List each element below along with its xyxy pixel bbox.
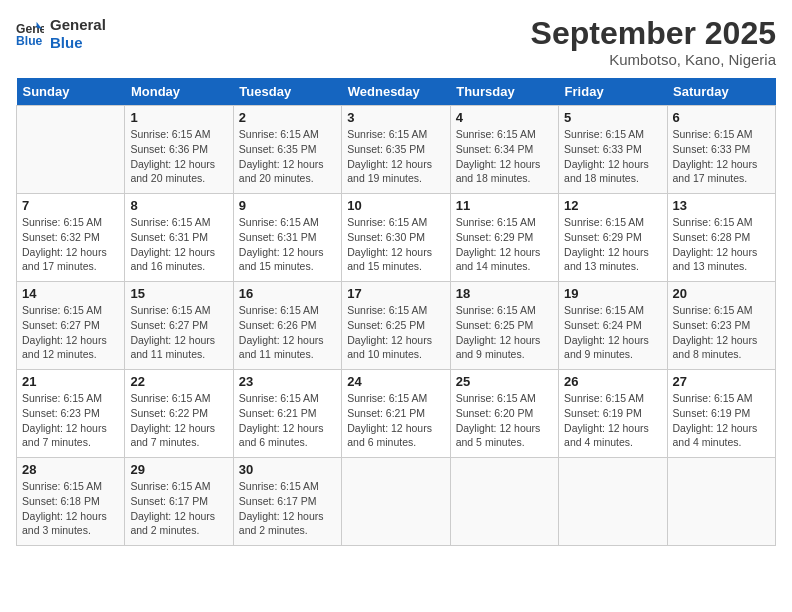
month-title: September 2025 [531, 16, 776, 51]
day-info: Sunrise: 6:15 AM Sunset: 6:17 PM Dayligh… [239, 479, 336, 538]
day-info: Sunrise: 6:15 AM Sunset: 6:27 PM Dayligh… [22, 303, 119, 362]
day-info: Sunrise: 6:15 AM Sunset: 6:27 PM Dayligh… [130, 303, 227, 362]
day-info: Sunrise: 6:15 AM Sunset: 6:25 PM Dayligh… [347, 303, 444, 362]
day-info: Sunrise: 6:15 AM Sunset: 6:23 PM Dayligh… [673, 303, 770, 362]
day-info: Sunrise: 6:15 AM Sunset: 6:17 PM Dayligh… [130, 479, 227, 538]
day-info: Sunrise: 6:15 AM Sunset: 6:25 PM Dayligh… [456, 303, 553, 362]
calendar-week-row: 1Sunrise: 6:15 AM Sunset: 6:36 PM Daylig… [17, 106, 776, 194]
day-number: 18 [456, 286, 553, 301]
day-info: Sunrise: 6:15 AM Sunset: 6:34 PM Dayligh… [456, 127, 553, 186]
calendar-cell: 9Sunrise: 6:15 AM Sunset: 6:31 PM Daylig… [233, 194, 341, 282]
day-info: Sunrise: 6:15 AM Sunset: 6:21 PM Dayligh… [239, 391, 336, 450]
day-number: 17 [347, 286, 444, 301]
svg-text:Blue: Blue [16, 34, 43, 48]
day-info: Sunrise: 6:15 AM Sunset: 6:31 PM Dayligh… [130, 215, 227, 274]
day-info: Sunrise: 6:15 AM Sunset: 6:31 PM Dayligh… [239, 215, 336, 274]
day-info: Sunrise: 6:15 AM Sunset: 6:18 PM Dayligh… [22, 479, 119, 538]
calendar-cell: 28Sunrise: 6:15 AM Sunset: 6:18 PM Dayli… [17, 458, 125, 546]
calendar-cell: 11Sunrise: 6:15 AM Sunset: 6:29 PM Dayli… [450, 194, 558, 282]
calendar-cell: 20Sunrise: 6:15 AM Sunset: 6:23 PM Dayli… [667, 282, 775, 370]
calendar-cell [342, 458, 450, 546]
day-number: 7 [22, 198, 119, 213]
day-number: 6 [673, 110, 770, 125]
day-number: 15 [130, 286, 227, 301]
day-number: 16 [239, 286, 336, 301]
day-number: 10 [347, 198, 444, 213]
weekday-header-saturday: Saturday [667, 78, 775, 106]
day-number: 8 [130, 198, 227, 213]
calendar-table: SundayMondayTuesdayWednesdayThursdayFrid… [16, 78, 776, 546]
day-number: 27 [673, 374, 770, 389]
calendar-cell: 30Sunrise: 6:15 AM Sunset: 6:17 PM Dayli… [233, 458, 341, 546]
calendar-week-row: 7Sunrise: 6:15 AM Sunset: 6:32 PM Daylig… [17, 194, 776, 282]
calendar-cell: 12Sunrise: 6:15 AM Sunset: 6:29 PM Dayli… [559, 194, 667, 282]
calendar-cell [667, 458, 775, 546]
calendar-cell [17, 106, 125, 194]
day-number: 3 [347, 110, 444, 125]
day-info: Sunrise: 6:15 AM Sunset: 6:21 PM Dayligh… [347, 391, 444, 450]
calendar-cell: 27Sunrise: 6:15 AM Sunset: 6:19 PM Dayli… [667, 370, 775, 458]
day-info: Sunrise: 6:15 AM Sunset: 6:26 PM Dayligh… [239, 303, 336, 362]
calendar-cell: 26Sunrise: 6:15 AM Sunset: 6:19 PM Dayli… [559, 370, 667, 458]
calendar-cell: 13Sunrise: 6:15 AM Sunset: 6:28 PM Dayli… [667, 194, 775, 282]
day-info: Sunrise: 6:15 AM Sunset: 6:24 PM Dayligh… [564, 303, 661, 362]
calendar-cell: 1Sunrise: 6:15 AM Sunset: 6:36 PM Daylig… [125, 106, 233, 194]
calendar-cell: 24Sunrise: 6:15 AM Sunset: 6:21 PM Dayli… [342, 370, 450, 458]
day-number: 9 [239, 198, 336, 213]
day-number: 26 [564, 374, 661, 389]
logo-blue: Blue [50, 34, 106, 52]
day-number: 28 [22, 462, 119, 477]
day-info: Sunrise: 6:15 AM Sunset: 6:35 PM Dayligh… [239, 127, 336, 186]
day-number: 19 [564, 286, 661, 301]
calendar-cell [450, 458, 558, 546]
page-header: General Blue General Blue September 2025… [16, 16, 776, 68]
calendar-cell: 4Sunrise: 6:15 AM Sunset: 6:34 PM Daylig… [450, 106, 558, 194]
calendar-cell: 21Sunrise: 6:15 AM Sunset: 6:23 PM Dayli… [17, 370, 125, 458]
location: Kumbotso, Kano, Nigeria [531, 51, 776, 68]
day-number: 25 [456, 374, 553, 389]
day-info: Sunrise: 6:15 AM Sunset: 6:36 PM Dayligh… [130, 127, 227, 186]
day-info: Sunrise: 6:15 AM Sunset: 6:30 PM Dayligh… [347, 215, 444, 274]
day-number: 20 [673, 286, 770, 301]
calendar-cell: 5Sunrise: 6:15 AM Sunset: 6:33 PM Daylig… [559, 106, 667, 194]
day-info: Sunrise: 6:15 AM Sunset: 6:20 PM Dayligh… [456, 391, 553, 450]
calendar-cell: 25Sunrise: 6:15 AM Sunset: 6:20 PM Dayli… [450, 370, 558, 458]
day-info: Sunrise: 6:15 AM Sunset: 6:35 PM Dayligh… [347, 127, 444, 186]
day-info: Sunrise: 6:15 AM Sunset: 6:23 PM Dayligh… [22, 391, 119, 450]
calendar-cell [559, 458, 667, 546]
day-number: 22 [130, 374, 227, 389]
calendar-cell: 23Sunrise: 6:15 AM Sunset: 6:21 PM Dayli… [233, 370, 341, 458]
calendar-week-row: 21Sunrise: 6:15 AM Sunset: 6:23 PM Dayli… [17, 370, 776, 458]
day-number: 2 [239, 110, 336, 125]
weekday-header-thursday: Thursday [450, 78, 558, 106]
day-number: 30 [239, 462, 336, 477]
weekday-header-wednesday: Wednesday [342, 78, 450, 106]
day-number: 11 [456, 198, 553, 213]
day-info: Sunrise: 6:15 AM Sunset: 6:19 PM Dayligh… [673, 391, 770, 450]
calendar-cell: 29Sunrise: 6:15 AM Sunset: 6:17 PM Dayli… [125, 458, 233, 546]
day-number: 5 [564, 110, 661, 125]
calendar-cell: 17Sunrise: 6:15 AM Sunset: 6:25 PM Dayli… [342, 282, 450, 370]
calendar-cell: 15Sunrise: 6:15 AM Sunset: 6:27 PM Dayli… [125, 282, 233, 370]
day-number: 14 [22, 286, 119, 301]
day-number: 1 [130, 110, 227, 125]
day-info: Sunrise: 6:15 AM Sunset: 6:33 PM Dayligh… [564, 127, 661, 186]
calendar-cell: 10Sunrise: 6:15 AM Sunset: 6:30 PM Dayli… [342, 194, 450, 282]
calendar-week-row: 28Sunrise: 6:15 AM Sunset: 6:18 PM Dayli… [17, 458, 776, 546]
day-number: 13 [673, 198, 770, 213]
day-number: 4 [456, 110, 553, 125]
calendar-week-row: 14Sunrise: 6:15 AM Sunset: 6:27 PM Dayli… [17, 282, 776, 370]
day-info: Sunrise: 6:15 AM Sunset: 6:29 PM Dayligh… [564, 215, 661, 274]
day-info: Sunrise: 6:15 AM Sunset: 6:32 PM Dayligh… [22, 215, 119, 274]
weekday-header-monday: Monday [125, 78, 233, 106]
logo: General Blue General Blue [16, 16, 106, 52]
weekday-header-friday: Friday [559, 78, 667, 106]
day-info: Sunrise: 6:15 AM Sunset: 6:28 PM Dayligh… [673, 215, 770, 274]
calendar-cell: 16Sunrise: 6:15 AM Sunset: 6:26 PM Dayli… [233, 282, 341, 370]
calendar-cell: 22Sunrise: 6:15 AM Sunset: 6:22 PM Dayli… [125, 370, 233, 458]
calendar-cell: 3Sunrise: 6:15 AM Sunset: 6:35 PM Daylig… [342, 106, 450, 194]
day-info: Sunrise: 6:15 AM Sunset: 6:22 PM Dayligh… [130, 391, 227, 450]
day-number: 23 [239, 374, 336, 389]
weekday-header-row: SundayMondayTuesdayWednesdayThursdayFrid… [17, 78, 776, 106]
day-info: Sunrise: 6:15 AM Sunset: 6:33 PM Dayligh… [673, 127, 770, 186]
